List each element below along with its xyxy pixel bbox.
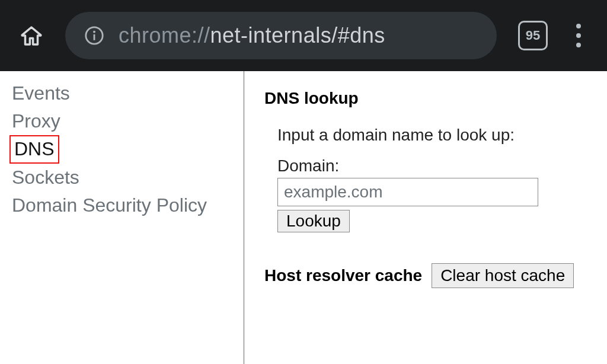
- domain-label: Domain:: [277, 157, 590, 175]
- main-panel: DNS lookup Input a domain name to look u…: [244, 71, 607, 364]
- section-title-host-resolver-cache: Host resolver cache: [264, 266, 422, 285]
- svg-rect-2: [94, 34, 95, 40]
- home-icon[interactable]: [19, 23, 44, 48]
- clear-host-cache-button[interactable]: Clear host cache: [432, 263, 574, 288]
- sidebar-item-events[interactable]: Events: [9, 79, 72, 107]
- info-icon: [84, 25, 104, 46]
- lookup-button[interactable]: Lookup: [277, 210, 350, 232]
- lookup-prompt: Input a domain name to look up:: [277, 126, 590, 145]
- overflow-menu-icon[interactable]: [569, 24, 588, 47]
- section-title-dns-lookup: DNS lookup: [264, 89, 590, 108]
- browser-toolbar: chrome://net-internals/#dns 95: [0, 0, 607, 71]
- tab-count-badge[interactable]: 95: [518, 21, 548, 50]
- sidebar: Events Proxy DNS Sockets Domain Security…: [0, 71, 244, 364]
- tab-count: 95: [526, 28, 540, 43]
- sidebar-item-proxy[interactable]: Proxy: [9, 107, 63, 135]
- sidebar-item-dns[interactable]: DNS: [9, 135, 59, 163]
- svg-point-1: [93, 31, 95, 33]
- url-scheme: chrome://: [119, 23, 210, 47]
- domain-input[interactable]: [277, 178, 538, 206]
- url-path: net-internals/#dns: [210, 23, 385, 47]
- url-text: chrome://net-internals/#dns: [119, 23, 385, 48]
- sidebar-item-sockets[interactable]: Sockets: [9, 164, 82, 191]
- content-area: Events Proxy DNS Sockets Domain Security…: [0, 71, 607, 364]
- omnibox[interactable]: chrome://net-internals/#dns: [65, 12, 497, 59]
- sidebar-item-domain-security-policy[interactable]: Domain Security Policy: [9, 191, 209, 219]
